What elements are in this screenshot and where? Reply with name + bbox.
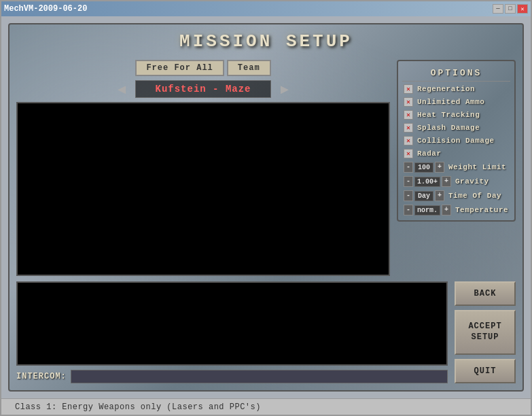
bottom-row: INTERCOM: BACK ACCEPT SETUP QUIT — [16, 281, 516, 383]
quit-button[interactable]: QUIT — [455, 359, 516, 383]
main-window: MechVM-2009-06-20 ─ □ ✕ MISSION SETUP Fr… — [0, 0, 532, 416]
bottom-right: BACK ACCEPT SETUP QUIT — [455, 281, 516, 383]
weight-limit-plus[interactable]: + — [435, 162, 444, 173]
option-weight-limit: - 100 + Weight Limit — [402, 161, 510, 173]
option-gravity: - 1.00+ + Gravity — [402, 175, 510, 188]
option-splash-damage: ✕ Splash Damage — [402, 122, 510, 133]
collision-damage-label: Collision Damage — [417, 137, 495, 145]
splash-damage-label: Splash Damage — [417, 124, 480, 132]
weight-limit-minus[interactable]: - — [404, 162, 413, 173]
radar-label: Radar — [417, 150, 442, 158]
map-preview — [16, 102, 390, 276]
radar-checkbox[interactable]: ✕ — [404, 149, 413, 158]
temperature-minus[interactable]: - — [404, 205, 413, 215]
time-of-day-label: Time Of Day — [448, 192, 501, 200]
gravity-value: 1.00+ — [414, 177, 440, 187]
bottom-left: INTERCOM: — [16, 281, 448, 383]
accept-setup-button[interactable]: ACCEPT SETUP — [455, 310, 516, 355]
regeneration-checkbox[interactable]: ✕ — [404, 84, 413, 94]
regeneration-label: Regeneration — [417, 85, 475, 93]
free-for-all-button[interactable]: Free For All — [135, 60, 224, 76]
splash-damage-checkbox[interactable]: ✕ — [404, 123, 413, 133]
prev-map-button[interactable]: ◄ — [112, 82, 131, 96]
time-of-day-minus[interactable]: - — [404, 190, 413, 201]
status-text: Class 1: Energy Weapons only (Lasers and… — [15, 402, 261, 412]
page-title: MISSION SETUP — [16, 31, 516, 52]
mode-tabs: Free For All Team — [16, 60, 390, 76]
chat-area — [16, 281, 448, 366]
option-heat-tracking: ✕ Heat Tracking — [402, 109, 510, 120]
next-map-button[interactable]: ► — [275, 82, 294, 96]
time-of-day-stepper: - Day + — [404, 190, 444, 201]
temperature-label: Temperature — [455, 206, 508, 214]
content-row: Free For All Team ◄ Kufstein - Maze ► — [16, 60, 516, 276]
intercom-input[interactable] — [71, 370, 448, 383]
heat-tracking-label: Heat Tracking — [417, 111, 480, 119]
minimize-button[interactable]: ─ — [493, 4, 503, 14]
time-of-day-value: Day — [414, 191, 433, 201]
options-header: OPTIONS — [402, 65, 510, 82]
back-button[interactable]: BACK — [455, 281, 516, 306]
temperature-value: norm. — [414, 205, 440, 215]
gravity-label: Gravity — [455, 177, 489, 186]
close-button[interactable]: ✕ — [517, 4, 528, 14]
intercom-label: INTERCOM: — [16, 372, 67, 381]
gravity-plus[interactable]: + — [442, 176, 451, 187]
gravity-stepper: - 1.00+ + — [404, 176, 451, 187]
time-of-day-plus[interactable]: + — [435, 190, 444, 201]
option-regeneration: ✕ Regeneration — [402, 84, 510, 94]
team-button[interactable]: Team — [227, 60, 271, 76]
map-selector: ◄ Kufstein - Maze ► — [16, 80, 390, 98]
accept-label: ACCEPT SETUP — [468, 322, 501, 343]
unlimited-ammo-checkbox[interactable]: ✕ — [404, 97, 413, 107]
temperature-plus[interactable]: + — [442, 205, 451, 215]
window-controls: ─ □ ✕ — [493, 4, 528, 14]
main-content: MISSION SETUP Free For All Team ◄ Kufste… — [1, 16, 531, 398]
window-title: MechVM-2009-06-20 — [4, 4, 87, 14]
map-name: Kufstein - Maze — [135, 80, 271, 98]
left-panel: Free For All Team ◄ Kufstein - Maze ► — [16, 60, 390, 276]
option-unlimited-ammo: ✕ Unlimited Ammo — [402, 97, 510, 107]
option-time-of-day: - Day + Time Of Day — [402, 190, 510, 202]
option-temperature: - norm. + Temperature — [402, 204, 510, 216]
temperature-stepper: - norm. + — [404, 205, 451, 215]
gravity-minus[interactable]: - — [404, 176, 413, 187]
weight-limit-label: Weight Limit — [448, 163, 506, 171]
heat-tracking-checkbox[interactable]: ✕ — [404, 110, 413, 120]
weight-limit-value: 100 — [414, 162, 433, 173]
intercom-row: INTERCOM: — [16, 370, 448, 383]
option-collision-damage: ✕ Collision Damage — [402, 135, 510, 146]
maximize-button[interactable]: □ — [505, 4, 516, 14]
unlimited-ammo-label: Unlimited Ammo — [417, 98, 484, 106]
right-panel: OPTIONS ✕ Regeneration ✕ Unlimited Ammo … — [397, 60, 516, 276]
game-panel: MISSION SETUP Free For All Team ◄ Kufste… — [8, 23, 524, 392]
collision-damage-checkbox[interactable]: ✕ — [404, 136, 413, 145]
options-panel: OPTIONS ✕ Regeneration ✕ Unlimited Ammo … — [397, 60, 516, 222]
status-bar: Class 1: Energy Weapons only (Lasers and… — [1, 398, 531, 415]
titlebar: MechVM-2009-06-20 ─ □ ✕ — [1, 1, 531, 16]
option-radar: ✕ Radar — [402, 148, 510, 159]
weight-limit-stepper: - 100 + — [404, 162, 444, 173]
